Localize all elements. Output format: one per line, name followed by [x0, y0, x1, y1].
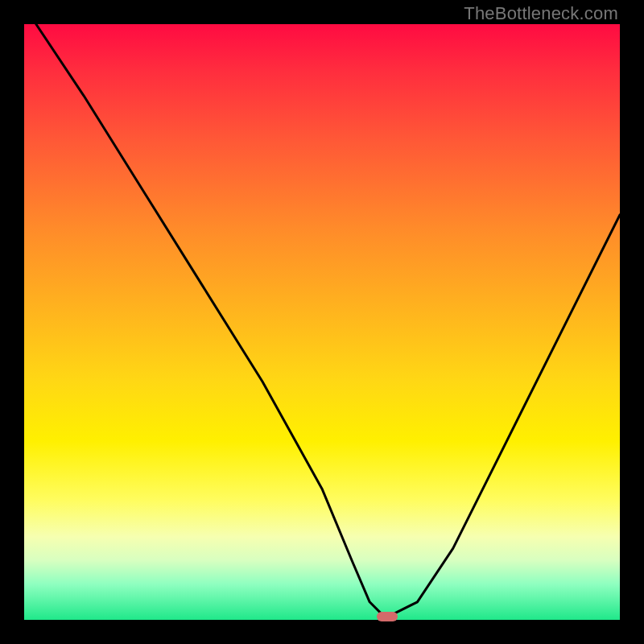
watermark-text: TheBottleneck.com: [464, 3, 618, 24]
chart-frame: TheBottleneck.com: [0, 0, 644, 644]
bottleneck-curve: [24, 24, 620, 620]
optimal-marker: [377, 612, 398, 621]
plot-area: [24, 24, 620, 620]
